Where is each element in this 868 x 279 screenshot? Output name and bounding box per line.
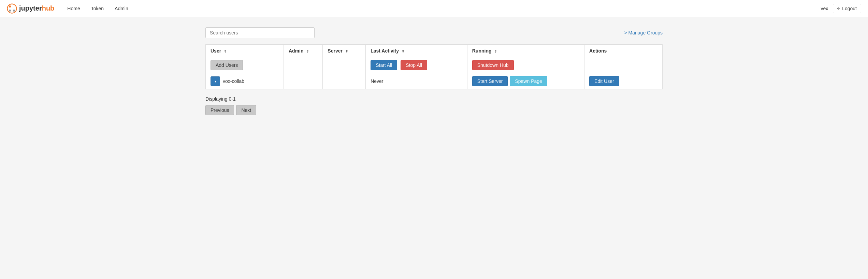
- svg-point-0: [8, 4, 17, 13]
- table-body: Add Users Start All Stop All Shutdown Hu…: [206, 57, 663, 89]
- nav-admin[interactable]: Admin: [110, 4, 133, 13]
- svg-point-1: [9, 5, 11, 8]
- username-text: vox-collab: [223, 78, 244, 84]
- start-all-button[interactable]: Start All: [371, 60, 397, 70]
- jupyter-logo-icon: [7, 3, 17, 14]
- brand-jupyter-text: jupyter: [19, 4, 42, 12]
- navbar-right: vex ⎆ Logout: [821, 4, 861, 13]
- displaying-text: Displaying 0-1: [205, 96, 663, 102]
- nav-links: Home Token Admin: [62, 4, 133, 13]
- table-header: User ⇕ Admin ⇕ Server ⇕ Last Activity ⇕ …: [206, 45, 663, 57]
- col-header-running: Running ⇕: [467, 45, 584, 57]
- action-row-user-cell: Add Users: [206, 57, 284, 73]
- running-buttons: Start Server Spawn Page: [472, 76, 579, 86]
- stop-all-button[interactable]: Stop All: [401, 60, 427, 70]
- col-header-actions: Actions: [584, 45, 663, 57]
- action-row-running-cell: Shutdown Hub: [467, 57, 584, 73]
- logout-icon: ⎆: [837, 6, 840, 11]
- col-header-server: Server ⇕: [323, 45, 366, 57]
- edit-user-button[interactable]: Edit User: [589, 76, 619, 86]
- pagination-area: Displaying 0-1 Previous Next: [205, 96, 663, 115]
- user-cell: ▾ vox-collab: [206, 73, 284, 89]
- shutdown-hub-button[interactable]: Shutdown Hub: [472, 60, 514, 70]
- action-row-server-cell: [323, 57, 366, 73]
- server-cell: [323, 73, 366, 89]
- add-users-button[interactable]: Add Users: [211, 60, 243, 70]
- last-activity-cell: Never: [366, 73, 467, 89]
- navbar: jupyterhub Home Token Admin vex ⎆ Logout: [0, 0, 868, 17]
- users-table: User ⇕ Admin ⇕ Server ⇕ Last Activity ⇕ …: [205, 44, 663, 89]
- nav-home[interactable]: Home: [62, 4, 85, 13]
- current-username: vex: [821, 6, 828, 11]
- brand-logo[interactable]: jupyterhub: [7, 3, 54, 14]
- main-content: > Manage Groups User ⇕ Admin ⇕ Server ⇕ …: [195, 27, 673, 115]
- sort-icon-user: ⇕: [224, 49, 227, 53]
- action-row-actions-cell: [584, 57, 663, 73]
- last-activity-value: Never: [371, 78, 383, 84]
- previous-button[interactable]: Previous: [205, 105, 234, 115]
- admin-cell: [284, 73, 322, 89]
- table-row: ▾ vox-collab Never Start Server: [206, 73, 663, 89]
- user-cell-inner: ▾ vox-collab: [211, 76, 279, 86]
- col-header-last-activity: Last Activity ⇕: [366, 45, 467, 57]
- manage-groups-link[interactable]: > Manage Groups: [624, 30, 663, 35]
- top-bar: > Manage Groups: [205, 27, 663, 38]
- sort-icon-last-activity: ⇕: [402, 49, 404, 53]
- spawn-page-button[interactable]: Spawn Page: [510, 76, 547, 86]
- svg-point-2: [13, 10, 15, 12]
- pagination-buttons: Previous Next: [205, 105, 663, 115]
- logout-button[interactable]: ⎆ Logout: [833, 4, 861, 13]
- sort-icon-server: ⇕: [345, 49, 348, 53]
- next-button[interactable]: Next: [236, 105, 256, 115]
- table-action-row: Add Users Start All Stop All Shutdown Hu…: [206, 57, 663, 73]
- col-header-user: User ⇕: [206, 45, 284, 57]
- running-cell: Start Server Spawn Page: [467, 73, 584, 89]
- action-row-admin-cell: [284, 57, 322, 73]
- user-dropdown-button[interactable]: ▾: [211, 76, 220, 86]
- actions-cell: Edit User: [584, 73, 663, 89]
- chevron-down-icon: ▾: [215, 79, 216, 83]
- search-input[interactable]: [205, 27, 315, 38]
- nav-token[interactable]: Token: [86, 4, 108, 13]
- sort-icon-admin: ⇕: [306, 49, 309, 53]
- sort-icon-running: ⇕: [494, 49, 497, 53]
- logout-label: Logout: [842, 6, 857, 11]
- action-row-last-activity-cell: Start All Stop All: [366, 57, 467, 73]
- col-header-admin: Admin ⇕: [284, 45, 322, 57]
- svg-point-3: [9, 10, 11, 12]
- brand-hub-text: hub: [42, 4, 55, 12]
- start-server-button[interactable]: Start Server: [472, 76, 508, 86]
